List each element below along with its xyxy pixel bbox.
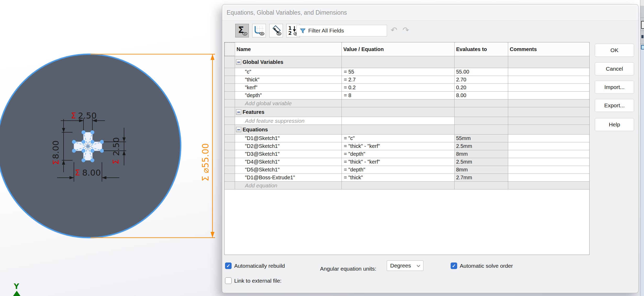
dimension-value[interactable]: 8.00 <box>82 168 101 178</box>
dimension-value[interactable]: 8.00 <box>51 140 61 159</box>
row-selector[interactable] <box>225 99 235 107</box>
cell-name[interactable]: "D3@Sketch1" <box>235 150 342 158</box>
row-selector[interactable] <box>225 135 235 142</box>
cell-name[interactable]: "D1@Boss-Extrude1" <box>235 174 342 181</box>
cell-name[interactable]: "c" <box>235 68 342 76</box>
row-selector[interactable] <box>225 107 235 117</box>
section-label: Features <box>243 109 264 115</box>
filter-funnel-icon <box>300 28 306 34</box>
ok-button[interactable]: OK <box>595 44 634 57</box>
select-all-cell[interactable] <box>225 42 235 56</box>
dialog-title-bar[interactable]: Equations, Global Variables, and Dimensi… <box>222 4 638 21</box>
cell-value[interactable]: = "depth" <box>342 166 455 174</box>
automatic-solve-order-checkbox[interactable]: ✓ <box>451 263 457 269</box>
cell-value[interactable]: = 8 <box>342 92 455 99</box>
automatically-rebuild-checkbox[interactable]: ✓ <box>225 263 232 269</box>
cell-name[interactable]: "thick" <box>235 76 342 83</box>
dimension-value[interactable]: Σ ⌀55.00 <box>200 143 211 181</box>
cell-comments[interactable] <box>508 76 589 83</box>
cell-comments[interactable] <box>508 84 589 91</box>
cell-evaluates: 2.7mm <box>455 174 508 181</box>
cell-value[interactable]: = "thick" - "kerf" <box>342 142 455 150</box>
cell-value[interactable]: = "depth" <box>342 150 455 158</box>
cell-name[interactable]: "D5@Sketch1" <box>235 166 342 174</box>
cell-value[interactable]: = 0.2 <box>342 84 455 91</box>
filter-input[interactable] <box>308 26 386 35</box>
cell-value[interactable]: = "thick" - "kerf" <box>342 158 455 166</box>
row-selector[interactable] <box>225 166 235 174</box>
add-feature-suppression-cell[interactable]: Add feature suppression <box>235 117 342 125</box>
equation-view-button[interactable]: Σ <box>235 24 249 37</box>
cell-comments[interactable] <box>508 158 589 166</box>
row-selector[interactable] <box>225 182 235 189</box>
cell-comments[interactable] <box>508 166 589 174</box>
row-selector[interactable] <box>225 158 235 166</box>
cell-name[interactable]: "depth" <box>235 92 342 99</box>
collapse-button[interactable] <box>236 127 241 132</box>
task-pane-icon[interactable] <box>641 35 643 38</box>
dimension-value[interactable]: 2.50 <box>78 111 97 121</box>
task-pane-edge[interactable] <box>640 0 644 296</box>
cell-comments[interactable] <box>508 135 589 142</box>
collapse-button[interactable] <box>236 59 241 65</box>
cell-comments[interactable] <box>508 142 589 150</box>
dimension-value[interactable]: 2.50 <box>111 137 121 156</box>
cell-name[interactable]: "D2@Sketch1" <box>235 142 342 150</box>
chevron-down-icon <box>416 265 421 267</box>
cell-evaluates: 8mm <box>455 166 508 174</box>
filter-field-container <box>296 25 387 36</box>
cell-evaluates: 55mm <box>455 135 508 142</box>
collapse-button[interactable] <box>236 109 241 115</box>
row-selector[interactable] <box>225 84 235 91</box>
add-equation-row: Add equation <box>225 182 589 189</box>
export-button[interactable]: Export... <box>595 99 634 112</box>
table-row-equation: "D3@Sketch1" = "depth" 8mm <box>225 150 589 158</box>
angular-units-select[interactable]: Degrees <box>387 260 423 271</box>
task-pane-icon[interactable] <box>641 45 644 49</box>
import-button[interactable]: Import... <box>595 81 634 94</box>
header-name: Name <box>235 42 342 56</box>
cell-comments[interactable] <box>508 174 589 181</box>
row-selector[interactable] <box>225 76 235 83</box>
dimension-view-button[interactable] <box>269 24 283 37</box>
svg-text:2: 2 <box>288 30 292 36</box>
add-equation-cell[interactable]: Add equation <box>235 182 342 189</box>
cell-value[interactable]: = 55 <box>342 68 455 76</box>
row-selector[interactable] <box>225 117 235 125</box>
cell-comments[interactable] <box>508 150 589 158</box>
row-selector[interactable] <box>225 68 235 76</box>
cell-value[interactable]: = "c" <box>342 135 455 142</box>
row-selector[interactable] <box>225 56 235 68</box>
cell-value[interactable]: = "thick" <box>342 174 455 181</box>
cell-name[interactable]: "D4@Sketch1" <box>235 158 342 166</box>
link-external-file-label: Link to external file: <box>234 278 282 284</box>
task-pane-tabs-sliver[interactable] <box>640 6 644 49</box>
task-pane-icon[interactable] <box>641 21 644 29</box>
cell-comments[interactable] <box>508 68 589 76</box>
check-icon: ✓ <box>226 263 230 269</box>
undo-icon[interactable]: ↶ <box>391 25 397 35</box>
add-global-variable-cell[interactable]: Add global variable <box>235 99 342 107</box>
redo-icon[interactable]: ↷ <box>402 25 409 35</box>
header-evaluates-to: Evaluates to <box>455 42 508 56</box>
row-selector[interactable] <box>225 142 235 150</box>
cell-value[interactable]: = 2.7 <box>342 76 455 83</box>
table-row-equation: "D1@Sketch1" = "c" 55mm <box>225 135 589 142</box>
cell-comments[interactable] <box>508 92 589 99</box>
cad-viewport: Σ 2.50 8.00 Σ 2.50 Σ <box>0 0 226 296</box>
cancel-button[interactable]: Cancel <box>595 62 634 75</box>
cell-name[interactable]: "kerf" <box>235 84 342 91</box>
row-selector[interactable] <box>225 150 235 158</box>
sketch-equation-view-button[interactable] <box>252 24 266 37</box>
cell-name[interactable]: "D1@Sketch1" <box>235 135 342 142</box>
minus-icon <box>237 62 240 63</box>
row-selector[interactable] <box>225 125 235 134</box>
row-selector[interactable] <box>225 92 235 99</box>
link-external-file-checkbox[interactable] <box>225 277 232 284</box>
task-pane-header-sliver <box>640 0 644 6</box>
section-row-features: Features <box>225 107 589 117</box>
sigma-driven-icon: Σ <box>71 111 76 120</box>
minus-icon <box>237 129 240 130</box>
row-selector[interactable] <box>225 174 235 181</box>
help-button[interactable]: Help <box>595 118 634 131</box>
